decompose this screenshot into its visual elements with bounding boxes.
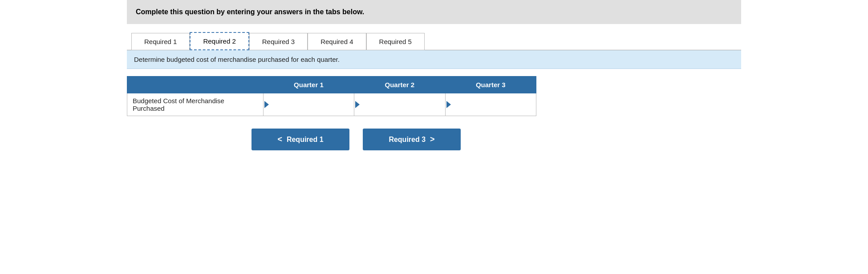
arrow-icon-q1 bbox=[264, 101, 269, 108]
tab-required-1[interactable]: Required 1 bbox=[131, 33, 190, 50]
tab-required-4[interactable]: Required 4 bbox=[308, 33, 366, 50]
row-label-budgeted-cost: Budgeted Cost of Merchandise Purchased bbox=[127, 93, 264, 116]
table-header-label bbox=[127, 77, 264, 93]
prev-button-label: Required 1 bbox=[287, 136, 324, 144]
table-row: Budgeted Cost of Merchandise Purchased bbox=[127, 93, 536, 116]
input-q1[interactable] bbox=[269, 97, 354, 113]
input-cell-q1[interactable] bbox=[263, 93, 354, 116]
input-q2[interactable] bbox=[360, 97, 445, 113]
arrow-icon-q3 bbox=[446, 101, 451, 108]
table-area: Quarter 1 Quarter 2 Quarter 3 Budgeted C… bbox=[127, 76, 741, 116]
next-button[interactable]: Required 3 > bbox=[363, 129, 461, 150]
nav-buttons: < Required 1 Required 3 > bbox=[127, 129, 741, 150]
header-banner: Complete this question by entering your … bbox=[127, 0, 741, 24]
table-header-quarter3: Quarter 3 bbox=[445, 77, 536, 93]
input-q3[interactable] bbox=[451, 97, 536, 113]
input-cell-q2[interactable] bbox=[354, 93, 445, 116]
table-header-quarter2: Quarter 2 bbox=[354, 77, 445, 93]
arrow-icon-q2 bbox=[355, 101, 360, 108]
tab-required-5[interactable]: Required 5 bbox=[366, 33, 425, 50]
prev-chevron-icon: < bbox=[277, 135, 282, 144]
prev-button[interactable]: < Required 1 bbox=[251, 129, 349, 150]
next-chevron-icon: > bbox=[430, 135, 435, 144]
data-table: Quarter 1 Quarter 2 Quarter 3 Budgeted C… bbox=[127, 76, 536, 116]
tab-required-2[interactable]: Required 2 bbox=[190, 32, 249, 50]
tabs-row: Required 1 Required 2 Required 3 Require… bbox=[127, 32, 741, 50]
next-button-label: Required 3 bbox=[389, 136, 426, 144]
input-cell-q3[interactable] bbox=[445, 93, 536, 116]
description-bar: Determine budgeted cost of merchandise p… bbox=[127, 50, 741, 69]
header-text: Complete this question by entering your … bbox=[136, 8, 364, 16]
table-header-quarter1: Quarter 1 bbox=[263, 77, 354, 93]
tab-required-3[interactable]: Required 3 bbox=[249, 33, 308, 50]
description-text: Determine budgeted cost of merchandise p… bbox=[134, 56, 340, 63]
